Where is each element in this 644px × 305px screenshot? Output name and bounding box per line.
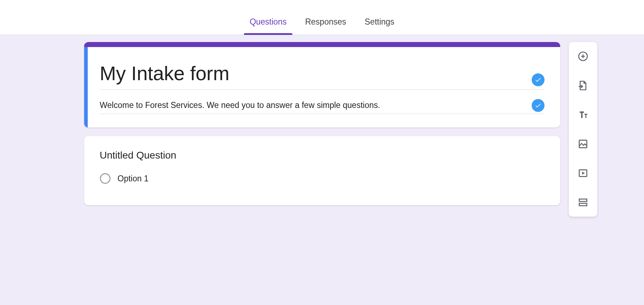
check-icon <box>532 73 545 86</box>
form-title-input[interactable] <box>100 62 545 90</box>
tab-questions[interactable]: Questions <box>247 11 289 35</box>
question-title[interactable]: Untitled Question <box>100 150 545 161</box>
form-desc-row <box>100 90 545 114</box>
editor-canvas: Untitled Question Option 1 <box>0 35 644 305</box>
question-card[interactable]: Untitled Question Option 1 <box>84 136 560 205</box>
add-image-button[interactable] <box>574 135 592 152</box>
header-selection-bar <box>84 47 88 128</box>
svg-rect-6 <box>579 203 587 206</box>
import-file-icon <box>577 80 589 91</box>
video-icon <box>577 167 589 179</box>
tab-settings[interactable]: Settings <box>363 11 397 35</box>
add-video-button[interactable] <box>574 165 592 182</box>
plus-circle-icon <box>577 51 589 62</box>
add-title-button[interactable] <box>574 106 592 123</box>
add-section-button[interactable] <box>574 194 592 211</box>
question-option-row[interactable]: Option 1 <box>100 173 545 184</box>
tabs-bar: Questions Responses Settings <box>0 0 644 35</box>
tab-responses[interactable]: Responses <box>303 11 348 35</box>
form-wrap: Untitled Question Option 1 <box>84 42 560 205</box>
option-label[interactable]: Option 1 <box>118 174 149 183</box>
radio-icon <box>100 173 111 184</box>
side-toolbar <box>569 42 597 217</box>
form-title-row <box>100 62 545 90</box>
header-accent-bar <box>84 42 560 47</box>
section-icon <box>577 197 589 208</box>
import-questions-button[interactable] <box>574 77 592 94</box>
image-icon <box>577 138 589 150</box>
check-icon <box>532 99 545 112</box>
svg-rect-3 <box>579 140 587 148</box>
add-question-button[interactable] <box>574 48 592 65</box>
svg-rect-5 <box>579 199 587 202</box>
title-text-icon <box>577 109 589 120</box>
form-description-input[interactable] <box>100 96 545 114</box>
form-header-card[interactable] <box>84 42 560 128</box>
